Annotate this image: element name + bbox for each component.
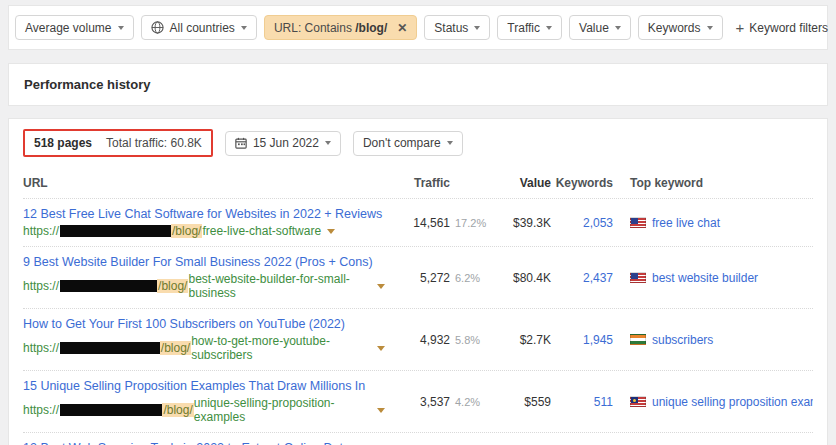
redacted-domain [60, 225, 171, 237]
keywords-cell: 2,053 [551, 216, 613, 230]
chevron-down-icon [241, 26, 247, 30]
url-highlight: /blog/ [157, 279, 188, 293]
url-prefix: https:// [23, 403, 59, 417]
filter-bar: Average volume All countries URL: Contai… [8, 5, 828, 50]
country-flag-icon [630, 217, 646, 228]
table-header: URL Traffic Value Keywords Top keyword [23, 169, 813, 199]
redacted-domain [60, 404, 162, 416]
value-dropdown[interactable]: Value [569, 15, 631, 40]
country-flag-icon [630, 272, 646, 283]
page-title-link[interactable]: 9 Best Website Builder For Small Busines… [23, 255, 373, 269]
top-keyword-cell: free live chat [613, 216, 813, 230]
col-top-keyword[interactable]: Top keyword [613, 176, 813, 190]
performance-history-header: Performance history [8, 63, 828, 106]
country-flag-icon [630, 334, 646, 345]
traffic-cell: 3,5374.2% [385, 395, 487, 409]
redacted-domain [60, 342, 160, 354]
url-path: unique-selling-proposition-examples [194, 396, 371, 424]
compare-dropdown[interactable]: Don't compare [353, 131, 463, 156]
url-expand-icon[interactable] [327, 229, 335, 234]
chevron-down-icon [474, 26, 480, 30]
all-countries-label: All countries [170, 21, 235, 35]
url-path: free-live-chat-software [202, 224, 321, 238]
col-traffic[interactable]: Traffic [385, 176, 487, 190]
top-keyword-link[interactable]: subscribers [652, 333, 713, 347]
total-traffic: Total traffic: 60.8K [106, 136, 202, 150]
url-expand-icon[interactable] [377, 346, 385, 351]
url-filter-text: URL: Contains /blog/ [274, 21, 387, 35]
traffic-value: 3,537 [420, 395, 450, 409]
chevron-down-icon [707, 26, 713, 30]
top-keyword-link[interactable]: free live chat [652, 216, 720, 230]
keywords-label: Keywords [648, 21, 701, 35]
url-filter-chip[interactable]: URL: Contains /blog/ ✕ [264, 15, 417, 40]
keywords-link[interactable]: 2,437 [583, 271, 613, 285]
value-cell: $39.3K [487, 216, 551, 230]
url-path: how-to-get-more-youtube-subscribers [191, 334, 371, 362]
traffic-value: 4,932 [420, 333, 450, 347]
url-highlight: /blog/ [160, 341, 191, 355]
value-label: Value [579, 21, 609, 35]
table-row: 9 Best Website Builder For Small Busines… [23, 247, 813, 309]
date-picker-button[interactable]: 15 Jun 2022 [225, 131, 341, 156]
summary-highlight-box: 518 pages Total traffic: 60.8K [23, 129, 213, 157]
add-keyword-filters-button[interactable]: + Keyword filters [730, 16, 834, 39]
col-url[interactable]: URL [23, 176, 385, 190]
keywords-dropdown[interactable]: Keywords [638, 15, 723, 40]
page-title-link[interactable]: 12 Best Free Live Chat Software for Webs… [23, 207, 382, 221]
calendar-icon [235, 137, 247, 149]
top-keyword-link[interactable]: unique selling proposition example [652, 395, 813, 409]
page-url: https:///blog/free-live-chat-software [23, 224, 385, 238]
pages-table: URL Traffic Value Keywords Top keyword 1… [23, 169, 813, 445]
page-title-link[interactable]: 12 Best Web Scraping Tools in 2022 to Ex… [23, 441, 350, 445]
url-prefix: https:// [23, 224, 59, 238]
url-expand-icon[interactable] [377, 284, 385, 289]
top-keyword-cell: unique selling proposition example [613, 395, 813, 409]
page-title-link[interactable]: How to Get Your First 100 Subscribers on… [23, 317, 345, 331]
traffic-value: 5,272 [420, 271, 450, 285]
status-label: Status [434, 21, 468, 35]
top-keyword-cell: subscribers [613, 333, 813, 347]
table-row: 15 Unique Selling Proposition Examples T… [23, 371, 813, 433]
traffic-value: 14,561 [413, 216, 450, 230]
url-highlight: /blog/ [162, 403, 193, 417]
table-row: 12 Best Free Live Chat Software for Webs… [23, 199, 813, 247]
keywords-cell: 1,945 [551, 333, 613, 347]
traffic-percent: 17.2% [450, 217, 487, 229]
globe-icon [151, 21, 164, 34]
plus-icon: + [736, 20, 745, 35]
average-volume-dropdown[interactable]: Average volume [15, 15, 134, 40]
pages-count: 518 pages [34, 136, 92, 150]
traffic-dropdown[interactable]: Traffic [497, 15, 562, 40]
chevron-down-icon [447, 141, 453, 145]
chevron-down-icon [615, 26, 621, 30]
date-label: 15 Jun 2022 [253, 136, 319, 150]
page-url: https:///blog/best-website-builder-for-s… [23, 272, 385, 300]
average-volume-label: Average volume [25, 21, 112, 35]
country-flag-icon [630, 396, 646, 407]
status-dropdown[interactable]: Status [424, 15, 490, 40]
remove-filter-icon[interactable]: ✕ [397, 21, 407, 35]
chevron-down-icon [118, 26, 124, 30]
keyword-filters-label: Keyword filters [749, 21, 828, 35]
url-path: best-website-builder-for-small-business [188, 272, 371, 300]
top-keyword-link[interactable]: best website builder [652, 271, 758, 285]
page-url: https:///blog/how-to-get-more-youtube-su… [23, 334, 385, 362]
traffic-cell: 14,56117.2% [385, 216, 487, 230]
keywords-cell: 2,437 [551, 271, 613, 285]
url-expand-icon[interactable] [377, 408, 385, 413]
keywords-link[interactable]: 1,945 [583, 333, 613, 347]
value-cell: $559 [487, 395, 551, 409]
page-url: https:///blog/unique-selling-proposition… [23, 396, 385, 424]
col-value[interactable]: Value [487, 176, 551, 190]
col-keywords[interactable]: Keywords [551, 176, 613, 190]
all-countries-dropdown[interactable]: All countries [141, 15, 257, 40]
traffic-percent: 6.2% [450, 272, 487, 284]
top-keyword-cell: best website builder [613, 271, 813, 285]
keywords-link[interactable]: 511 [594, 395, 613, 409]
keywords-link[interactable]: 2,053 [583, 216, 613, 230]
traffic-cell: 4,9325.8% [385, 333, 487, 347]
page-title-link[interactable]: 15 Unique Selling Proposition Examples T… [23, 379, 365, 393]
url-prefix: https:// [23, 341, 59, 355]
url-prefix: https:// [23, 279, 59, 293]
